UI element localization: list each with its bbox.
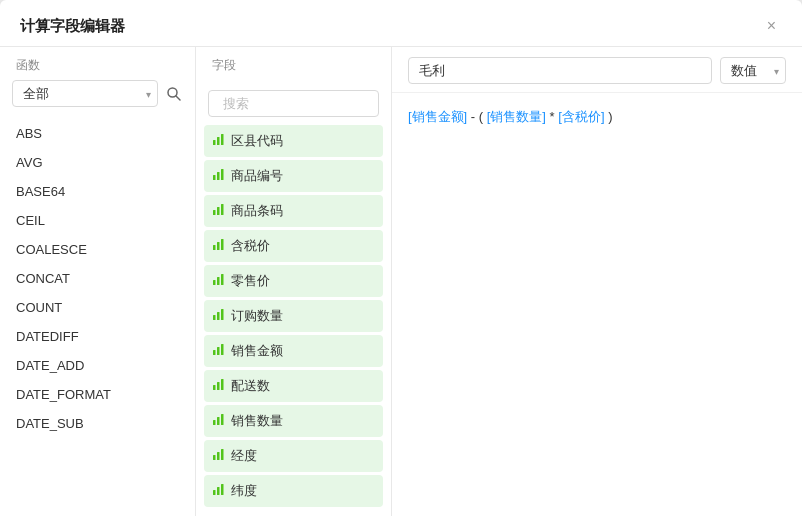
svg-rect-25 bbox=[213, 385, 216, 390]
function-item[interactable]: AVG bbox=[0, 148, 195, 177]
field-item[interactable]: 订购数量 bbox=[204, 300, 383, 332]
bar-chart-icon bbox=[212, 203, 225, 219]
formula-area[interactable]: [销售金额] - ( [销售数量] * [含税价] ) bbox=[392, 93, 802, 516]
field-item-label: 订购数量 bbox=[231, 307, 283, 325]
function-type-select-wrapper: 全部 数学 文本 日期 聚合 ▾ bbox=[12, 80, 158, 107]
field-item-label: 区县代码 bbox=[231, 132, 283, 150]
field-item[interactable]: 商品条码 bbox=[204, 195, 383, 227]
formula-field-sales: [销售金额] bbox=[408, 109, 467, 124]
function-item[interactable]: DATE_ADD bbox=[0, 351, 195, 380]
bar-chart-icon bbox=[212, 343, 225, 359]
svg-rect-8 bbox=[217, 172, 220, 180]
svg-rect-16 bbox=[213, 280, 216, 285]
svg-rect-33 bbox=[221, 449, 224, 460]
function-item[interactable]: BASE64 bbox=[0, 177, 195, 206]
fields-search-input[interactable] bbox=[223, 96, 391, 111]
functions-filter: 全部 数学 文本 日期 聚合 ▾ bbox=[0, 80, 195, 115]
svg-rect-26 bbox=[217, 382, 220, 390]
formula-op-2: * bbox=[546, 109, 558, 124]
svg-rect-21 bbox=[221, 309, 224, 320]
field-item[interactable]: 含税价 bbox=[204, 230, 383, 262]
dialog-body: 函数 全部 数学 文本 日期 聚合 ▾ bbox=[0, 47, 802, 516]
function-item[interactable]: DATE_SUB bbox=[0, 409, 195, 438]
function-item[interactable]: CONCAT bbox=[0, 264, 195, 293]
field-item-label: 商品条码 bbox=[231, 202, 283, 220]
type-select-wrapper: 数值 文本 日期 布尔 ▾ bbox=[720, 57, 786, 84]
svg-rect-30 bbox=[221, 414, 224, 425]
function-type-select[interactable]: 全部 数学 文本 日期 聚合 bbox=[12, 80, 158, 107]
field-type-select[interactable]: 数值 文本 日期 布尔 bbox=[720, 57, 786, 84]
bar-chart-icon bbox=[212, 273, 225, 289]
field-item[interactable]: 纬度 bbox=[204, 475, 383, 507]
dialog-header: 计算字段编辑器 × bbox=[0, 0, 802, 47]
dialog-title: 计算字段编辑器 bbox=[20, 17, 125, 36]
formula-field-qty: [销售数量] bbox=[487, 109, 546, 124]
fields-search-container bbox=[196, 80, 391, 125]
field-item[interactable]: 区县代码 bbox=[204, 125, 383, 157]
field-item-label: 销售金额 bbox=[231, 342, 283, 360]
svg-rect-24 bbox=[221, 344, 224, 355]
field-item-label: 商品编号 bbox=[231, 167, 283, 185]
field-item[interactable]: 商品编号 bbox=[204, 160, 383, 192]
svg-rect-19 bbox=[213, 315, 216, 320]
search-icon bbox=[166, 86, 181, 101]
dialog: 计算字段编辑器 × 函数 全部 数学 文本 日期 聚合 ▾ bbox=[0, 0, 802, 516]
function-item[interactable]: COALESCE bbox=[0, 235, 195, 264]
functions-list: ABSAVGBASE64CEILCOALESCECONCATCOUNTDATED… bbox=[0, 115, 195, 516]
svg-rect-29 bbox=[217, 417, 220, 425]
bar-chart-icon bbox=[212, 483, 225, 499]
formula-op-1: - ( bbox=[467, 109, 483, 124]
editor-header: 数值 文本 日期 布尔 ▾ bbox=[392, 47, 802, 93]
svg-rect-17 bbox=[217, 277, 220, 285]
svg-rect-4 bbox=[213, 140, 216, 145]
bar-chart-icon bbox=[212, 133, 225, 149]
svg-rect-20 bbox=[217, 312, 220, 320]
field-item[interactable]: 经度 bbox=[204, 440, 383, 472]
svg-rect-28 bbox=[213, 420, 216, 425]
field-item[interactable]: 销售金额 bbox=[204, 335, 383, 367]
svg-rect-32 bbox=[217, 452, 220, 460]
field-name-input[interactable] bbox=[408, 57, 712, 84]
functions-panel: 函数 全部 数学 文本 日期 聚合 ▾ bbox=[0, 47, 196, 516]
close-button[interactable]: × bbox=[761, 16, 782, 36]
function-item[interactable]: CEIL bbox=[0, 206, 195, 235]
svg-rect-12 bbox=[221, 204, 224, 215]
svg-rect-14 bbox=[217, 242, 220, 250]
svg-rect-13 bbox=[213, 245, 216, 250]
formula-op-3: ) bbox=[605, 109, 613, 124]
field-item-label: 含税价 bbox=[231, 237, 270, 255]
svg-rect-7 bbox=[213, 175, 216, 180]
svg-rect-31 bbox=[213, 455, 216, 460]
fields-panel: 字段 区县代码商品编号商品条码含税价零售价订购数量销售金额配送数销售数量经度纬度 bbox=[196, 47, 392, 516]
svg-rect-5 bbox=[217, 137, 220, 145]
field-item[interactable]: 销售数量 bbox=[204, 405, 383, 437]
svg-rect-11 bbox=[217, 207, 220, 215]
function-item[interactable]: COUNT bbox=[0, 293, 195, 322]
svg-line-1 bbox=[176, 96, 180, 100]
function-item[interactable]: ABS bbox=[0, 119, 195, 148]
svg-rect-23 bbox=[217, 347, 220, 355]
fields-list: 区县代码商品编号商品条码含税价零售价订购数量销售金额配送数销售数量经度纬度 bbox=[196, 125, 391, 516]
bar-chart-icon bbox=[212, 413, 225, 429]
bar-chart-icon bbox=[212, 378, 225, 394]
svg-rect-27 bbox=[221, 379, 224, 390]
field-item-label: 销售数量 bbox=[231, 412, 283, 430]
bar-chart-icon bbox=[212, 168, 225, 184]
function-search-button[interactable] bbox=[164, 84, 183, 103]
svg-rect-9 bbox=[221, 169, 224, 180]
field-item-label: 配送数 bbox=[231, 377, 270, 395]
function-item[interactable]: DATEDIFF bbox=[0, 322, 195, 351]
field-item[interactable]: 配送数 bbox=[204, 370, 383, 402]
editor-panel: 数值 文本 日期 布尔 ▾ [销售金额] - ( [销售数量] * [含税价] … bbox=[392, 47, 802, 516]
fields-search-inner bbox=[208, 90, 379, 117]
functions-panel-label: 函数 bbox=[0, 47, 195, 80]
formula-field-tax: [含税价] bbox=[558, 109, 604, 124]
field-item[interactable]: 零售价 bbox=[204, 265, 383, 297]
svg-rect-18 bbox=[221, 274, 224, 285]
field-item-label: 纬度 bbox=[231, 482, 257, 500]
svg-rect-6 bbox=[221, 134, 224, 145]
svg-rect-22 bbox=[213, 350, 216, 355]
svg-rect-10 bbox=[213, 210, 216, 215]
function-item[interactable]: DATE_FORMAT bbox=[0, 380, 195, 409]
svg-rect-34 bbox=[213, 490, 216, 495]
